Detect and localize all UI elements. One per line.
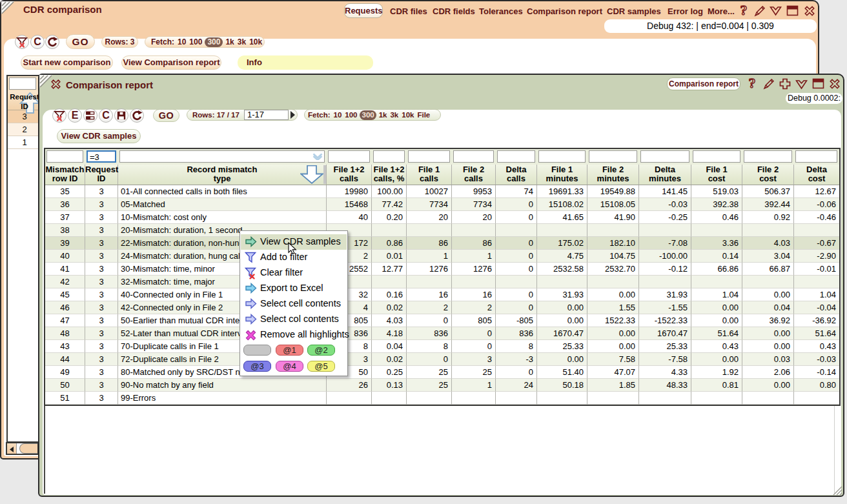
svg-text:?: ? bbox=[749, 76, 756, 90]
svg-text:?: ? bbox=[740, 3, 748, 17]
